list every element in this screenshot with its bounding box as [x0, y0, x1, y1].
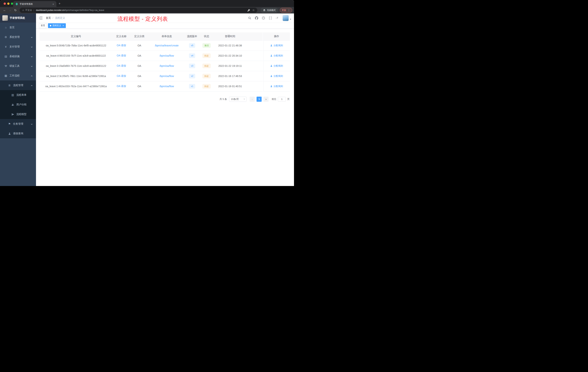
chevron-down-icon [31, 36, 33, 38]
tab-title: 芋道管理系统 [20, 2, 52, 6]
sidebar-item-process-model[interactable]: 流程模型 [0, 109, 36, 119]
breadcrumb-separator: / [52, 17, 53, 20]
sidebar-group-process-management[interactable]: ≣ 流程管理 [0, 80, 36, 90]
sidebar-item-label: 系统管理 [10, 35, 20, 39]
search-icon[interactable] [248, 16, 251, 20]
cell-filler [246, 51, 263, 61]
yen-icon: ¥ [4, 45, 8, 48]
status-badge[interactable]: 激活 [202, 43, 210, 48]
next-page-button[interactable]: › [263, 97, 269, 102]
browser-menu-icon[interactable]: ⋮ [288, 9, 290, 12]
assign-rule-button[interactable]: 分配规则 [270, 75, 283, 78]
status-badge[interactable]: 挂起 [202, 54, 210, 58]
breadcrumb-home[interactable]: 首页 [46, 16, 51, 20]
chevron-up-icon [31, 84, 33, 86]
sidebar-group-infrastructure[interactable]: ▤ 基础设施 [0, 52, 36, 61]
back-button[interactable]: ← [2, 9, 7, 12]
form-icon: ▥ [10, 93, 15, 97]
close-window-button[interactable] [4, 2, 6, 5]
assign-rule-button[interactable]: 分配规则 [270, 54, 283, 57]
status-badge[interactable]: 挂起 [202, 74, 210, 78]
person-icon [7, 132, 12, 135]
github-icon[interactable] [255, 16, 258, 20]
browser-titlebar: 芋道管理系统 × + [0, 0, 294, 7]
minimize-window-button[interactable] [7, 2, 10, 5]
form-link[interactable]: /bpm/oa/flow [159, 75, 174, 77]
new-tab-button[interactable]: + [59, 2, 61, 6]
sidebar-group-payment[interactable]: ¥ 支付管理 [0, 42, 36, 52]
column-header-version: 流程版本 [185, 33, 199, 40]
page-number-button[interactable]: 1 [257, 97, 262, 102]
cell-filler [246, 81, 263, 91]
version-badge: v5 [189, 43, 195, 48]
table-row: oa_leave:5:004b710b-7b8a-11ec-8ef0-acde4… [40, 40, 263, 51]
definition-name-link[interactable]: OA 请假 [117, 54, 126, 57]
column-header-status: 状态 [199, 33, 214, 40]
form-link[interactable]: /bpm/oa/flow [159, 65, 174, 67]
cell-id: oa_leave:5:004b710b-7b8a-11ec-8ef0-acde4… [40, 40, 112, 51]
table-row: oa_leave:3:1fad3d93-7b75-11ec-a3c8-acde4… [40, 61, 263, 71]
assign-rule-button[interactable]: 分配规则 [270, 85, 283, 88]
assign-rule-button[interactable]: 分配规则 [270, 64, 283, 67]
font-size-icon[interactable]: TT [276, 16, 279, 20]
tab-close-icon[interactable]: × [52, 2, 55, 6]
sidebar-item-home[interactable]: ⌂ 首页 [0, 22, 36, 32]
cell-filler [246, 40, 263, 51]
browser-toolbar: ← → ↻ ⚠ 不安全 | dashboard.yudao.iocoder.cn… [0, 7, 294, 13]
avatar[interactable] [283, 15, 289, 21]
user-avatar-menu[interactable]: ▾ [283, 15, 291, 21]
tags-view: 首页 流程定义 × [36, 22, 294, 29]
sidebar-group-task-management[interactable]: ⚑ 任务管理 [0, 119, 36, 129]
form-link[interactable]: /bpm/oa/leave/create [155, 44, 179, 47]
process-icon: ≣ [7, 84, 12, 87]
definition-name-link[interactable]: OA 请假 [117, 44, 126, 47]
tag-home[interactable]: 首页 [39, 23, 47, 28]
bookmark-star-icon[interactable]: ☆ [252, 9, 255, 12]
cell-deploy-time: 2022-01-16 17:46:53 [214, 71, 246, 81]
sidebar-item-process-form[interactable]: ▥ 流程表单 [0, 90, 36, 100]
incognito-badge: 无痕模式 [261, 8, 278, 13]
forward-button[interactable]: → [7, 9, 13, 12]
prev-page-button[interactable]: ‹ [250, 97, 255, 102]
definition-name-link[interactable]: OA 请假 [117, 64, 126, 67]
column-header-id: 定义编号 [40, 33, 112, 40]
page-size-value: 10条/页 [231, 98, 239, 101]
page-size-select[interactable]: 10条/页 ▾ [229, 97, 247, 102]
update-label: 更新 [282, 9, 286, 12]
address-bar[interactable]: ⚠ 不安全 | dashboard.yudao.iocoder.cn /bpm/… [20, 8, 257, 13]
incognito-label: 无痕模式 [267, 9, 276, 12]
table-row: oa_leave:4:991f2193-7b7f-11ec-a3c8-acde4… [40, 51, 263, 61]
sidebar-item-leave-query[interactable]: 请假查询 [0, 129, 36, 138]
sidebar-toggle-icon[interactable] [39, 16, 43, 20]
password-key-icon[interactable] [247, 9, 250, 12]
assign-rule-button[interactable]: 分配规则 [270, 44, 283, 47]
status-badge[interactable]: 挂起 [202, 64, 210, 68]
sidebar-group-devtools[interactable]: ⚒ 研发工具 [0, 61, 36, 71]
chevron-down-icon [31, 55, 33, 57]
reload-button[interactable]: ↻ [13, 9, 18, 12]
cell-category: OA [130, 81, 148, 91]
not-secure-label[interactable]: 不安全 [25, 9, 32, 12]
fullscreen-icon[interactable] [269, 16, 272, 20]
help-icon[interactable]: ? [262, 16, 265, 20]
form-link[interactable]: /bpm/oa/flow [159, 85, 174, 88]
form-link[interactable]: /bpm/oa/flow [159, 54, 174, 57]
zoom-window-button[interactable] [11, 2, 13, 5]
sidebar-item-user-group[interactable]: 用户分组 [0, 100, 36, 109]
definition-name-link[interactable]: OA 请假 [117, 75, 126, 77]
main-area: 流程模型 - 定义列表 首页 / 流程定义 [36, 13, 294, 186]
update-chrome-button[interactable]: 更新 ⋮ [280, 8, 292, 12]
cell-category: OA [130, 51, 148, 61]
tag-close-icon[interactable]: × [63, 24, 64, 27]
status-badge[interactable]: 挂起 [202, 84, 210, 88]
app-logo-row[interactable]: 芋道管理系统 [0, 13, 36, 22]
sidebar-group-workflow[interactable]: ▦ 工作流程 [0, 71, 36, 80]
sidebar-group-system[interactable]: ⚙ 系统管理 [0, 32, 36, 42]
tag-process-definition[interactable]: 流程定义 × [48, 23, 66, 28]
not-secure-warning-icon: ⚠ [22, 9, 24, 11]
definition-name-link[interactable]: OA 请假 [117, 85, 126, 88]
cell-id: oa_leave:3:1fad3d93-7b75-11ec-a3c8-acde4… [40, 61, 112, 71]
cell-id: oa_leave:2:3c1f0ef1-76b1-11ec-9c66-a2380… [40, 71, 112, 81]
goto-page-input[interactable] [278, 97, 286, 101]
browser-tab[interactable]: 芋道管理系统 × [13, 1, 56, 7]
